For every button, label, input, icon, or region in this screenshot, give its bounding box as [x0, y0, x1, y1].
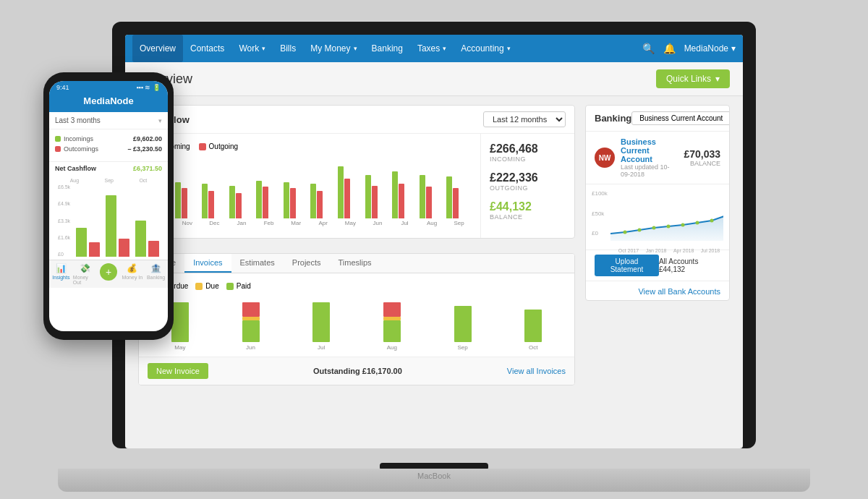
outgoing-stat: £222,336 OUTGOING: [490, 171, 566, 192]
chart-label-jan: Jan: [229, 220, 255, 226]
view-all-bank-accounts-link[interactable]: View all Bank Accounts: [638, 287, 720, 296]
nav-banking[interactable]: Banking: [365, 35, 410, 62]
due-dot: [195, 283, 203, 290]
iphone-bar-incoming-aug: [76, 228, 87, 257]
bar-outgoing-sep: [453, 188, 459, 218]
search-icon[interactable]: 🔍: [642, 43, 655, 54]
iphone-chart-container: Aug Sep Oct £6.5k £4.9k £3.3k £1.6k £0: [49, 175, 168, 260]
bar-group-feb: [256, 181, 281, 218]
chart-label-dec: Dec: [202, 220, 227, 226]
sales-bar-paid-sep: [454, 306, 472, 342]
iphone-bar-group-aug: [76, 228, 100, 257]
sales-legend: Overdue Due Paid: [145, 279, 569, 293]
nav-user[interactable]: MediaNode ▾: [684, 43, 736, 54]
iphone-bar-incoming-oct: [135, 221, 146, 257]
bar-outgoing-aug: [426, 187, 432, 218]
cashflow-panel: Cashflow Last 12 months Incoming: [138, 105, 575, 239]
bank-y-50k: £50k: [592, 210, 608, 217]
quicklinks-arrow-icon: ▾: [715, 74, 720, 84]
period-select[interactable]: Last 12 months: [483, 111, 566, 127]
iphone-bar-group-oct: [135, 221, 159, 257]
nav-contacts[interactable]: Contacts: [183, 35, 231, 62]
work-dropdown-arrow: ▾: [262, 45, 265, 52]
tab-timeslips[interactable]: Timeslips: [330, 254, 380, 273]
bar-incoming-sep: [446, 176, 452, 218]
nav-overview[interactable]: Overview: [132, 35, 183, 62]
macbook-base: MacBook: [58, 469, 810, 492]
bar-group-nov: [175, 182, 200, 218]
iphone-nav-moneyout[interactable]: 💸 Money Out: [73, 263, 97, 285]
moneyin-icon: 💰: [127, 263, 137, 273]
bar-incoming-may: [338, 166, 344, 218]
banking-panel: Banking Business Current Account NW Busi…: [585, 105, 730, 301]
chart-label-mar: Mar: [284, 220, 309, 226]
bank-dot-1: [623, 231, 626, 234]
moneyout-icon: 💸: [80, 263, 90, 273]
nav-taxes[interactable]: Taxes ▾: [410, 35, 454, 62]
bar-incoming-apr: [310, 184, 316, 218]
tab-estimates[interactable]: Estimates: [231, 254, 284, 273]
bar-group-mar: [284, 182, 309, 218]
nav-right: 🔍 🔔 MediaNode ▾: [642, 43, 736, 54]
chart-label-may: May: [338, 220, 363, 226]
bar-group-may: [338, 166, 363, 218]
bank-x-oct2017: Oct 2017: [618, 248, 639, 253]
sales-chart: Overdue Due Paid: [139, 273, 574, 357]
quick-links-button[interactable]: Quick Links ▾: [656, 69, 730, 88]
nav-mymoney[interactable]: My Money ▾: [303, 35, 364, 62]
nav-bills[interactable]: Bills: [273, 35, 303, 62]
tab-invoices[interactable]: Invoices: [184, 254, 231, 273]
iphone-container: 9:41 ▪▪▪ ≋ 🔋 MediaNode Last 3 months ▾ I…: [43, 72, 174, 340]
iphone-nav-banking[interactable]: 🏦 Banking: [144, 263, 168, 285]
view-all-invoices-link[interactable]: View all Invoices: [507, 367, 566, 375]
new-invoice-button[interactable]: New Invoice: [148, 363, 208, 379]
chart-labels: Oct Nov Dec Jan Feb Mar Apr May Jun Ju: [145, 218, 475, 228]
bank-dot-4: [666, 225, 670, 229]
app-nav: Overview Contacts Work ▾ Bills My Money …: [125, 35, 743, 62]
bank-y-100k: £100k: [592, 190, 608, 197]
bar-incoming-feb: [256, 181, 262, 218]
bank-account-name[interactable]: Business Current Account: [621, 137, 678, 163]
bar-incoming-dec: [202, 184, 208, 218]
app-content: Cashflow Last 12 months Incoming: [125, 96, 743, 394]
iphone-nav-insights[interactable]: 📊 Insights: [49, 263, 73, 285]
nav-accounting[interactable]: Accounting ▾: [454, 35, 517, 62]
bar-incoming-jan: [229, 186, 235, 218]
chart-label-apr: Apr: [310, 220, 336, 226]
iphone-incomings-value: £9,602.00: [133, 135, 162, 142]
fab-add-button[interactable]: +: [100, 263, 117, 281]
bar-incoming-jul: [392, 171, 398, 218]
bar-group-jul: [392, 171, 417, 218]
chart-label-jun: Jun: [365, 220, 391, 226]
bar-incoming-jun: [365, 175, 371, 218]
iphone-nav-moneyin[interactable]: 💰 Money In: [120, 263, 144, 285]
chart-label-jul: Jul: [392, 220, 417, 226]
taxes-dropdown-arrow: ▾: [443, 45, 446, 52]
banking-account-row: NW Business Current Account Last updated…: [586, 132, 729, 184]
nav-work[interactable]: Work ▾: [231, 35, 273, 62]
outgoing-label: OUTGOING: [490, 184, 566, 192]
cashflow-body: Incoming Outgoing: [139, 134, 574, 238]
iphone-bar-group-sep: [106, 195, 129, 257]
bar-outgoing-apr: [317, 191, 323, 218]
sales-group-jul: Jul: [289, 302, 354, 351]
incoming-value: £266,468: [490, 142, 566, 155]
iphone-nav-add[interactable]: +: [97, 263, 121, 285]
iphone-bar-outgoing-aug: [89, 242, 100, 257]
upload-statement-button[interactable]: Upload Statement: [595, 255, 659, 276]
bank-last-updated: Last updated 10-09-2018: [621, 163, 678, 178]
bank-chart-area: £100k £50k £0: [586, 184, 729, 250]
iphone-outcomings-label: Outcomings: [55, 145, 98, 153]
banking-account-select[interactable]: Business Current Account: [631, 111, 730, 125]
bar-outgoing-may: [344, 179, 350, 218]
bell-icon[interactable]: 🔔: [663, 43, 676, 54]
sales-group-aug: Aug: [359, 302, 425, 351]
macbook-screen-inner: Overview Contacts Work ▾ Bills My Money …: [125, 35, 743, 448]
banking-footer: Upload Statement All Accounts £44,132: [586, 250, 729, 281]
tab-projects[interactable]: Projects: [284, 254, 330, 273]
iphone-net-label: Net Cashflow: [55, 165, 96, 172]
iphone-filter[interactable]: Last 3 months ▾: [49, 112, 168, 129]
sales-bar-paid-jul: [312, 302, 330, 342]
iphone-bottom-nav: 📊 Insights 💸 Money Out + 💰 Money In 🏦 Ba…: [49, 260, 168, 288]
bank-area: [610, 205, 723, 241]
